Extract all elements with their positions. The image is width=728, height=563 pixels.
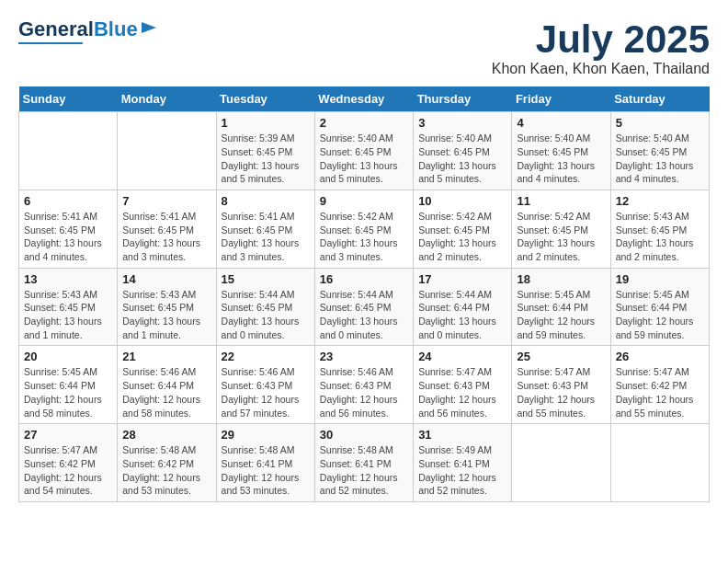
day-number: 4 [517,116,605,130]
day-detail: Sunrise: 5:43 AM Sunset: 6:45 PM Dayligh… [122,288,210,342]
weekday-header-tuesday: Tuesday [216,86,314,112]
calendar-cell [512,424,610,502]
day-detail: Sunrise: 5:42 AM Sunset: 6:45 PM Dayligh… [320,210,408,264]
calendar-cell: 8Sunrise: 5:41 AM Sunset: 6:45 PM Daylig… [216,190,314,268]
weekday-header-sunday: Sunday [19,86,118,112]
day-detail: Sunrise: 5:45 AM Sunset: 6:44 PM Dayligh… [616,288,704,342]
day-detail: Sunrise: 5:40 AM Sunset: 6:45 PM Dayligh… [616,132,704,186]
day-number: 18 [517,272,605,286]
calendar-cell: 4Sunrise: 5:40 AM Sunset: 6:45 PM Daylig… [512,112,610,190]
calendar-cell: 16Sunrise: 5:44 AM Sunset: 6:45 PM Dayli… [314,268,413,346]
calendar-cell [118,112,216,190]
day-detail: Sunrise: 5:44 AM Sunset: 6:45 PM Dayligh… [320,288,408,342]
day-number: 11 [517,194,605,208]
day-number: 24 [418,350,506,363]
day-detail: Sunrise: 5:39 AM Sunset: 6:45 PM Dayligh… [222,132,310,186]
day-number: 12 [616,194,704,208]
day-detail: Sunrise: 5:47 AM Sunset: 6:42 PM Dayligh… [616,365,704,419]
calendar-cell [610,424,709,502]
day-number: 28 [122,428,210,442]
day-detail: Sunrise: 5:40 AM Sunset: 6:45 PM Dayligh… [320,132,408,186]
logo-text: GeneralBlue [18,18,138,40]
weekday-header-row: SundayMondayTuesdayWednesdayThursdayFrid… [19,86,710,112]
day-number: 7 [122,194,210,208]
day-number: 6 [24,194,112,208]
month-title: July 2025 [492,18,710,61]
calendar-cell: 12Sunrise: 5:43 AM Sunset: 6:45 PM Dayli… [610,190,709,268]
day-number: 2 [320,116,408,130]
calendar-cell: 24Sunrise: 5:47 AM Sunset: 6:43 PM Dayli… [414,346,512,424]
day-detail: Sunrise: 5:46 AM Sunset: 6:43 PM Dayligh… [222,365,310,419]
calendar-cell: 17Sunrise: 5:44 AM Sunset: 6:44 PM Dayli… [414,268,512,346]
day-detail: Sunrise: 5:48 AM Sunset: 6:41 PM Dayligh… [222,443,310,498]
calendar-cell: 31Sunrise: 5:49 AM Sunset: 6:41 PM Dayli… [414,424,512,502]
day-number: 15 [222,272,310,286]
day-number: 25 [517,350,605,363]
day-number: 21 [122,350,210,363]
day-number: 31 [418,428,506,442]
day-detail: Sunrise: 5:45 AM Sunset: 6:44 PM Dayligh… [24,365,112,419]
calendar-cell: 25Sunrise: 5:47 AM Sunset: 6:43 PM Dayli… [512,346,610,424]
calendar-cell: 1Sunrise: 5:39 AM Sunset: 6:45 PM Daylig… [216,112,314,190]
logo-arrow-icon [140,18,158,37]
day-detail: Sunrise: 5:43 AM Sunset: 6:45 PM Dayligh… [24,288,112,342]
calendar-cell: 7Sunrise: 5:41 AM Sunset: 6:45 PM Daylig… [118,190,216,268]
day-detail: Sunrise: 5:41 AM Sunset: 6:45 PM Dayligh… [222,210,310,264]
calendar-cell: 9Sunrise: 5:42 AM Sunset: 6:45 PM Daylig… [314,190,413,268]
day-detail: Sunrise: 5:40 AM Sunset: 6:45 PM Dayligh… [418,132,506,186]
calendar-cell: 5Sunrise: 5:40 AM Sunset: 6:45 PM Daylig… [610,112,709,190]
day-number: 19 [616,272,704,286]
day-number: 20 [24,350,112,363]
calendar-cell: 2Sunrise: 5:40 AM Sunset: 6:45 PM Daylig… [314,112,413,190]
weekday-header-saturday: Saturday [610,86,709,112]
day-detail: Sunrise: 5:41 AM Sunset: 6:45 PM Dayligh… [24,210,112,264]
day-number: 8 [222,194,310,208]
day-detail: Sunrise: 5:48 AM Sunset: 6:42 PM Dayligh… [122,443,210,498]
location: Khon Kaen, Khon Kaen, Thailand [492,61,710,77]
calendar-cell: 28Sunrise: 5:48 AM Sunset: 6:42 PM Dayli… [118,424,216,502]
weekday-header-friday: Friday [512,86,610,112]
day-number: 29 [222,428,310,442]
day-number: 22 [222,350,310,363]
day-detail: Sunrise: 5:49 AM Sunset: 6:41 PM Dayligh… [418,443,506,498]
calendar-cell: 3Sunrise: 5:40 AM Sunset: 6:45 PM Daylig… [414,112,512,190]
day-number: 1 [222,116,310,130]
calendar-cell: 11Sunrise: 5:42 AM Sunset: 6:45 PM Dayli… [512,190,610,268]
day-detail: Sunrise: 5:43 AM Sunset: 6:45 PM Dayligh… [616,210,704,264]
svg-marker-0 [142,22,156,33]
day-number: 17 [418,272,506,286]
day-number: 14 [122,272,210,286]
day-detail: Sunrise: 5:42 AM Sunset: 6:45 PM Dayligh… [418,210,506,264]
calendar-cell [19,112,118,190]
calendar-cell: 21Sunrise: 5:46 AM Sunset: 6:44 PM Dayli… [118,346,216,424]
day-detail: Sunrise: 5:41 AM Sunset: 6:45 PM Dayligh… [122,210,210,264]
day-detail: Sunrise: 5:47 AM Sunset: 6:43 PM Dayligh… [418,365,506,419]
day-number: 30 [320,428,408,442]
day-detail: Sunrise: 5:45 AM Sunset: 6:44 PM Dayligh… [517,288,605,342]
calendar-table: SundayMondayTuesdayWednesdayThursdayFrid… [18,86,710,502]
day-detail: Sunrise: 5:42 AM Sunset: 6:45 PM Dayligh… [517,210,605,264]
day-detail: Sunrise: 5:47 AM Sunset: 6:42 PM Dayligh… [24,443,112,498]
calendar-cell: 23Sunrise: 5:46 AM Sunset: 6:43 PM Dayli… [314,346,413,424]
calendar-cell: 10Sunrise: 5:42 AM Sunset: 6:45 PM Dayli… [414,190,512,268]
calendar-cell: 15Sunrise: 5:44 AM Sunset: 6:45 PM Dayli… [216,268,314,346]
calendar-cell: 22Sunrise: 5:46 AM Sunset: 6:43 PM Dayli… [216,346,314,424]
calendar-week-4: 20Sunrise: 5:45 AM Sunset: 6:44 PM Dayli… [19,346,710,424]
calendar-cell: 19Sunrise: 5:45 AM Sunset: 6:44 PM Dayli… [610,268,709,346]
calendar-cell: 13Sunrise: 5:43 AM Sunset: 6:45 PM Dayli… [19,268,118,346]
day-detail: Sunrise: 5:46 AM Sunset: 6:44 PM Dayligh… [122,365,210,419]
calendar-week-3: 13Sunrise: 5:43 AM Sunset: 6:45 PM Dayli… [19,268,710,346]
day-number: 27 [24,428,112,442]
weekday-header-monday: Monday [118,86,216,112]
day-number: 23 [320,350,408,363]
calendar-cell: 26Sunrise: 5:47 AM Sunset: 6:42 PM Dayli… [610,346,709,424]
day-detail: Sunrise: 5:46 AM Sunset: 6:43 PM Dayligh… [320,365,408,419]
day-number: 5 [616,116,704,130]
day-detail: Sunrise: 5:44 AM Sunset: 6:44 PM Dayligh… [418,288,506,342]
day-number: 3 [418,116,506,130]
calendar-cell: 27Sunrise: 5:47 AM Sunset: 6:42 PM Dayli… [19,424,118,502]
calendar-body: 1Sunrise: 5:39 AM Sunset: 6:45 PM Daylig… [19,112,710,502]
calendar-cell: 20Sunrise: 5:45 AM Sunset: 6:44 PM Dayli… [19,346,118,424]
page-header: GeneralBlue July 2025 Khon Kaen, Khon Ka… [18,18,710,77]
day-detail: Sunrise: 5:47 AM Sunset: 6:43 PM Dayligh… [517,365,605,419]
